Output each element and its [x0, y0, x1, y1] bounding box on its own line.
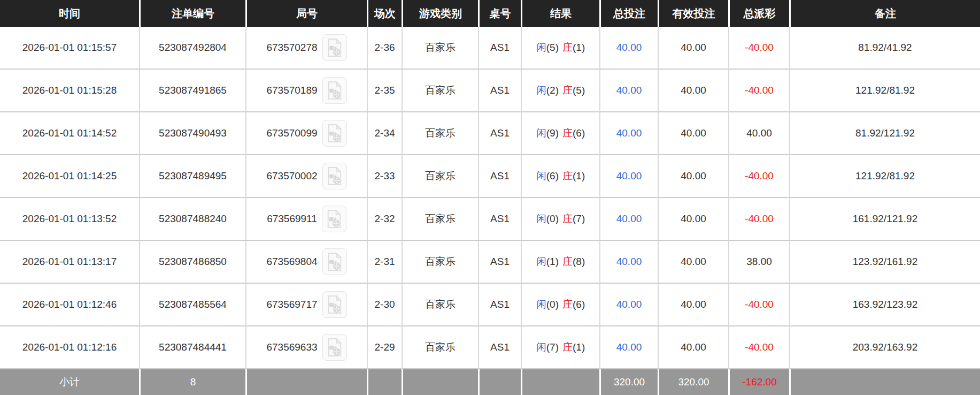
cell-remark: 163.92/123.92 — [789, 284, 980, 326]
cell-remark: 123.92/161.92 — [789, 241, 980, 284]
round-number: 673570189 — [266, 85, 317, 96]
video-file-icon — [326, 166, 343, 186]
cell-table-id: AS1 — [478, 326, 521, 369]
cell-total-bet: 40.00 — [599, 241, 658, 284]
cell-result: 闲(0)庄(6) — [521, 284, 599, 326]
round-number: 673570099 — [266, 127, 317, 139]
cell-round-id: 673570002 — [245, 155, 367, 198]
cell-result: 闲(9)庄(6) — [521, 112, 599, 155]
table-row: 2026-01-01 01:14:52 523087490493 6735700… — [0, 112, 980, 155]
round-number: 673569717 — [266, 299, 317, 310]
cell-remark: 81.92/121.92 — [789, 112, 980, 155]
cell-payout: -40.00 — [728, 27, 789, 70]
cell-session: 2-36 — [367, 27, 402, 70]
video-replay-button[interactable] — [322, 334, 347, 361]
cell-game-type: 百家乐 — [402, 198, 478, 241]
result-banker-count: (6) — [573, 299, 585, 310]
cell-time: 2026-01-01 01:14:25 — [0, 155, 139, 198]
round-number: 673570002 — [266, 170, 317, 182]
video-replay-button[interactable] — [322, 248, 347, 275]
cell-round-id: 673570278 — [245, 27, 367, 70]
cell-payout: -40.00 — [728, 155, 789, 198]
cell-table-id: AS1 — [478, 198, 521, 241]
result-banker-count: (8) — [573, 256, 585, 267]
cell-round-id: 673569804 — [245, 241, 367, 284]
cell-session: 2-35 — [367, 70, 402, 112]
cell-game-type: 百家乐 — [402, 284, 478, 326]
cell-round-id: 673569633 — [245, 326, 367, 369]
cell-order-id: 523087492804 — [139, 27, 245, 70]
table-row: 2026-01-01 01:15:57 523087492804 6735702… — [0, 27, 980, 70]
video-file-icon — [326, 295, 343, 314]
cell-valid-bet: 40.00 — [658, 284, 728, 326]
cell-game-type: 百家乐 — [402, 241, 478, 284]
cell-remark: 203.92/163.92 — [789, 326, 980, 369]
cell-total-bet: 40.00 — [599, 70, 658, 112]
cell-time: 2026-01-01 01:12:46 — [0, 284, 139, 326]
cell-session: 2-31 — [367, 241, 402, 284]
round-number: 673569633 — [266, 341, 317, 353]
table-row: 2026-01-01 01:12:16 523087484441 6735696… — [0, 326, 980, 369]
result-banker-count: (7) — [573, 213, 585, 224]
column-header-remark: 备注 — [789, 0, 980, 27]
cell-table-id: AS1 — [478, 70, 521, 112]
cell-order-id: 523087486850 — [139, 241, 245, 284]
summary-cell-session — [367, 369, 402, 395]
cell-valid-bet: 40.00 — [658, 241, 728, 284]
cell-remark: 161.92/121.92 — [789, 198, 980, 241]
result-player-count: (9) — [546, 127, 559, 139]
summary-cell-game-type — [402, 369, 478, 395]
cell-game-type: 百家乐 — [402, 326, 478, 369]
result-player-label: 闲 — [536, 42, 546, 53]
video-replay-button[interactable] — [322, 77, 347, 104]
column-header-game-type: 游戏类别 — [402, 0, 478, 27]
summary-cell-table — [478, 369, 521, 395]
video-replay-button[interactable] — [322, 120, 347, 147]
cell-order-id: 523087485564 — [139, 284, 245, 326]
result-banker-label: 庄 — [562, 299, 573, 310]
cell-time: 2026-01-01 01:13:17 — [0, 241, 139, 284]
result-player-label: 闲 — [536, 341, 546, 353]
video-replay-button[interactable] — [322, 34, 347, 61]
cell-total-bet: 40.00 — [599, 198, 658, 241]
cell-time: 2026-01-01 01:15:57 — [0, 27, 139, 70]
cell-order-id: 523087484441 — [139, 326, 245, 369]
table-row: 2026-01-01 01:12:46 523087485564 6735697… — [0, 284, 980, 326]
cell-table-id: AS1 — [478, 284, 521, 326]
cell-remark: 121.92/81.92 — [789, 70, 980, 112]
result-player-count: (1) — [546, 256, 559, 267]
result-player-label: 闲 — [536, 85, 546, 96]
summary-row: 小计 8 320.00 320.00 -162.00 — [0, 369, 980, 395]
result-player-count: (2) — [546, 85, 559, 96]
cell-payout: 38.00 — [728, 241, 789, 284]
result-banker-count: (5) — [573, 85, 585, 96]
result-banker-count: (1) — [573, 341, 585, 353]
video-file-icon — [326, 124, 343, 143]
round-number: 673570278 — [266, 42, 317, 54]
result-player-label: 闲 — [536, 256, 546, 267]
cell-valid-bet: 40.00 — [658, 155, 728, 198]
cell-result: 闲(2)庄(5) — [521, 70, 599, 112]
result-player-label: 闲 — [536, 299, 546, 310]
video-replay-button[interactable] — [322, 163, 347, 189]
result-banker-label: 庄 — [562, 170, 573, 181]
column-header-payout: 总派彩 — [728, 0, 789, 27]
cell-result: 闲(6)庄(1) — [521, 155, 599, 198]
cell-valid-bet: 40.00 — [658, 27, 728, 70]
result-player-label: 闲 — [536, 127, 546, 139]
video-file-icon — [326, 209, 343, 229]
column-header-result: 结果 — [521, 0, 599, 27]
result-banker-count: (1) — [573, 170, 585, 181]
column-header-session: 场次 — [367, 0, 402, 27]
cell-order-id: 523087491865 — [139, 70, 245, 112]
cell-game-type: 百家乐 — [402, 155, 478, 198]
video-replay-button[interactable] — [322, 291, 347, 318]
cell-result: 闲(5)庄(1) — [521, 27, 599, 70]
result-banker-label: 庄 — [562, 127, 573, 139]
summary-total-bet: 320.00 — [599, 369, 658, 395]
video-replay-button[interactable] — [322, 206, 346, 232]
cell-round-id: 673569911 — [245, 198, 367, 241]
summary-cell-remark — [789, 369, 980, 395]
cell-result: 闲(1)庄(8) — [521, 241, 599, 284]
cell-valid-bet: 40.00 — [658, 70, 728, 112]
